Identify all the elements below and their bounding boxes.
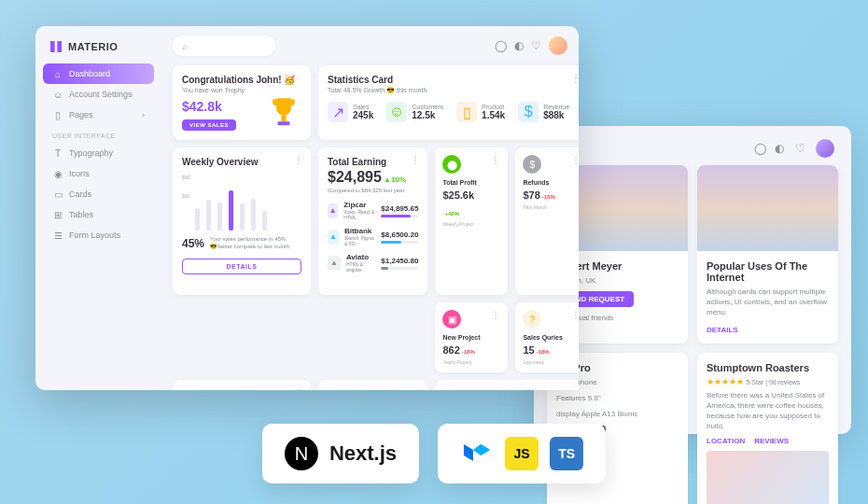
bar-active bbox=[229, 190, 233, 231]
secondary-dashboard-window: ◯ ◐ ♡ Robert Meyer London, UK SEND REQUE… bbox=[534, 126, 851, 434]
js-icon: JS bbox=[505, 437, 539, 470]
logo-icon bbox=[49, 39, 63, 54]
deposit-card: Deposit View All G Gumroad AccountSell U… bbox=[318, 380, 427, 390]
earning-title: Total Earning bbox=[328, 157, 418, 167]
article-desc: Although cards can support multiple acti… bbox=[707, 287, 829, 318]
review-card: Stumptown Roasters ★★★★★ 5 Star | 98 rev… bbox=[697, 353, 838, 504]
details-link[interactable]: DETAILS bbox=[707, 326, 738, 334]
notification-icon[interactable]: ♡ bbox=[795, 142, 808, 155]
logo-text: MATERIO bbox=[68, 41, 118, 52]
github-icon[interactable]: ◯ bbox=[754, 142, 767, 155]
reviews-link[interactable]: REVIEWS bbox=[754, 437, 789, 445]
sidebar-item-tables[interactable]: ⊞Tables bbox=[43, 204, 154, 225]
more-menu-icon[interactable]: ⋮ bbox=[571, 155, 579, 165]
refunds-card: ⋮ $ Refunds $78-15% Past Month bbox=[515, 147, 579, 295]
svg-rect-1 bbox=[277, 121, 289, 125]
weekly-title: Weekly Overview bbox=[182, 157, 301, 167]
stars-icon: ★★★★★ bbox=[707, 377, 744, 386]
user-avatar[interactable] bbox=[549, 36, 567, 55]
stat-sales: ↗Sales245k bbox=[328, 102, 373, 122]
bar bbox=[240, 203, 245, 231]
card-icon: ▭ bbox=[52, 189, 63, 200]
details-button[interactable]: DETAILS bbox=[182, 259, 301, 274]
nav-section-ui: USER INTERFACE bbox=[43, 125, 154, 143]
view-sales-button[interactable]: VIEW SALES bbox=[182, 119, 236, 131]
bar bbox=[217, 203, 222, 231]
article-image bbox=[697, 165, 838, 251]
table-icon: ⊞ bbox=[52, 209, 63, 220]
stats-subtitle: Total 48.5% Growth 😎 this month bbox=[328, 87, 579, 94]
earning-item: ▲ AviatoHTML & angular $1,2450.80 bbox=[328, 253, 418, 273]
github-icon[interactable]: ◯ bbox=[495, 39, 507, 52]
sidebar-item-account[interactable]: ☺Account Settings bbox=[43, 84, 154, 105]
sidebar: MATERIO ⌂Dashboard ☺Account Settings ▯Pa… bbox=[35, 26, 161, 390]
sidebar-item-dashboard[interactable]: ⌂Dashboard bbox=[43, 63, 154, 84]
sales-by-countries-card: ⋮ Sales by Countries US $8,656k▴25.8% Un… bbox=[173, 380, 311, 390]
withdraw-card: Withdraw View All G Google AdsensePaypal… bbox=[435, 380, 579, 390]
chevron-right-icon: › bbox=[142, 111, 145, 119]
more-menu-icon[interactable]: ⋮ bbox=[411, 155, 420, 165]
article-card: Popular Uses Of The Internet Although ca… bbox=[697, 165, 838, 343]
notification-bell-icon[interactable]: ♡ bbox=[531, 39, 541, 52]
view-all-link[interactable]: View All bbox=[559, 389, 579, 390]
sidebar-item-pages[interactable]: ▯Pages› bbox=[43, 105, 154, 125]
sidebar-item-typography[interactable]: TTypography bbox=[43, 143, 154, 163]
user-icon: ☺ bbox=[52, 89, 63, 100]
total-earning-card: ⋮ Total Earning $24,895▴ 10% Compared to… bbox=[318, 147, 427, 295]
search-input[interactable]: ⌕ bbox=[173, 35, 275, 56]
trophy-title: Congratulations John! 🥳 bbox=[182, 75, 301, 85]
weekly-overview-card: ⋮ Weekly Overview $90 $60 45% Your sales… bbox=[173, 147, 311, 295]
users-icon: ☺ bbox=[386, 102, 407, 122]
location-link[interactable]: LOCATION bbox=[707, 437, 745, 445]
theme-icon[interactable]: ◐ bbox=[775, 142, 788, 155]
more-menu-icon[interactable]: ⋮ bbox=[491, 310, 500, 320]
earning-compare: Compared to $84,325 last year bbox=[328, 188, 418, 193]
statistics-card: ⋮ Statistics Card Total 48.5% Growth 😎 t… bbox=[318, 65, 579, 140]
earning-item: ▲ BitbankSketch, Figma & XD $8,6500.20 bbox=[328, 227, 418, 246]
rating-text: 5 Star | 98 reviews bbox=[747, 379, 801, 385]
stack-badge: JS TS bbox=[438, 424, 606, 483]
total-profit-card: ⋮ ⬤ Total Profit $25.6k +42% Weekly Proj… bbox=[435, 147, 508, 295]
sales-queries-card: ⋮ ? Sales Quries 15-18% Last week bbox=[515, 302, 579, 372]
form-icon: ☰ bbox=[52, 230, 63, 241]
theme-toggle-icon[interactable]: ◐ bbox=[514, 39, 524, 52]
trophy-subtitle: You have won Trophy bbox=[182, 87, 301, 93]
earning-pct: ▴ 10% bbox=[385, 175, 406, 184]
ts-icon: TS bbox=[550, 437, 583, 470]
more-menu-icon[interactable]: ⋮ bbox=[571, 310, 579, 320]
search-icon: ⌕ bbox=[182, 41, 188, 51]
bar bbox=[206, 200, 211, 231]
earning-item: ▲ ZipcarVuejs, React & HTML $24,895.65 bbox=[328, 201, 418, 220]
bar bbox=[195, 208, 200, 231]
stat-customers: ☺Customers12.5k bbox=[386, 102, 443, 122]
briefcase-icon: ▣ bbox=[442, 310, 461, 329]
company-icon: ▲ bbox=[328, 256, 341, 271]
earning-amount: $24,895 bbox=[328, 169, 382, 185]
logo[interactable]: MATERIO bbox=[43, 37, 154, 63]
device-icon: ▯ bbox=[456, 102, 477, 122]
help-icon: ? bbox=[523, 310, 541, 329]
user-avatar[interactable] bbox=[816, 139, 834, 158]
trophy-icon bbox=[264, 93, 303, 133]
svg-rect-0 bbox=[281, 116, 286, 122]
dollar-icon: $ bbox=[518, 102, 539, 122]
dollar-icon: $ bbox=[523, 155, 541, 174]
company-icon: ▲ bbox=[328, 230, 339, 245]
more-menu-icon[interactable]: ⋮ bbox=[294, 155, 303, 165]
weekly-bar-chart: $90 $60 bbox=[182, 175, 301, 231]
product-line3: display Apple A13 Bionic bbox=[556, 409, 679, 419]
sidebar-item-forms[interactable]: ☰Form Layouts bbox=[43, 225, 154, 245]
more-menu-icon[interactable]: ⋮ bbox=[571, 73, 579, 83]
sidebar-item-cards[interactable]: ▭Cards bbox=[43, 184, 154, 204]
type-icon: T bbox=[52, 147, 63, 159]
tech-badges: N Next.js JS TS bbox=[262, 424, 606, 483]
stat-revenue: $Revenue$88k bbox=[518, 102, 569, 122]
file-icon: ▯ bbox=[52, 109, 63, 120]
nextjs-icon: N bbox=[285, 437, 318, 470]
sidebar-item-icons[interactable]: ◉Icons bbox=[43, 163, 154, 184]
review-image bbox=[707, 451, 829, 504]
new-project-card: ⋮ ▣ New Project 862-18% Yearly Project bbox=[435, 302, 508, 372]
view-all-link[interactable]: View All bbox=[399, 389, 418, 390]
more-menu-icon[interactable]: ⋮ bbox=[491, 155, 500, 165]
more-menu-icon[interactable]: ⋮ bbox=[294, 387, 303, 390]
